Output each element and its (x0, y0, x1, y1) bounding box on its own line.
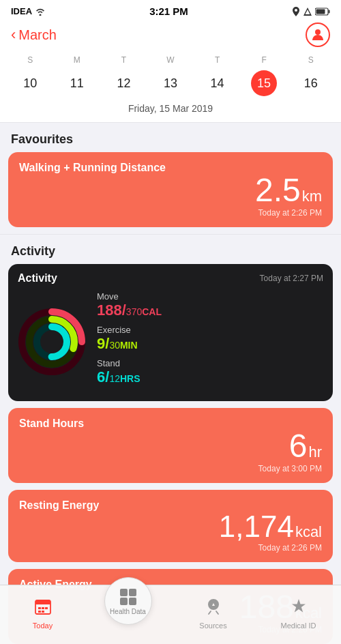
calendar-days-row: 10 11 12 13 14 15 16 (7, 68, 334, 99)
today-label: Today (33, 621, 53, 630)
walking-card-value: 2.5 (255, 174, 301, 207)
move-stat: Move 188/370CAL (97, 291, 323, 318)
stand-current: 6 (97, 368, 105, 385)
header: ‹ March (0, 20, 341, 53)
svg-rect-19 (120, 598, 128, 605)
calendar: S M T W T F S 10 11 12 13 14 15 16 Frida… (0, 53, 341, 122)
svg-rect-18 (129, 589, 136, 596)
calendar-date-label: Friday, 15 Mar 2019 (7, 99, 334, 115)
exercise-total: 30 (109, 340, 120, 351)
main-content: Favourites Walking + Running Distance 2.… (0, 123, 341, 644)
day-header-t2: T (194, 55, 241, 65)
resting-energy-time: Today at 2:26 PM (19, 543, 322, 553)
avatar[interactable] (306, 23, 330, 47)
activity-rings (18, 308, 86, 376)
stand-label: Stand (97, 358, 323, 368)
day-header-m: M (54, 55, 101, 65)
activity-section-label: Activity (0, 235, 341, 264)
walking-card-unit: km (302, 188, 322, 205)
activity-card-time: Today at 2:27 PM (260, 274, 323, 283)
rings-svg (18, 308, 86, 376)
favourites-section-label: Favourites (0, 123, 341, 152)
sources-label: Sources (199, 621, 226, 630)
day-header-s1: S (7, 55, 54, 65)
stand-hours-unit: hr (308, 443, 322, 461)
today-icon (34, 598, 52, 619)
svg-rect-16 (42, 611, 44, 613)
stand-value: 6/12HRS (97, 370, 323, 385)
svg-rect-20 (129, 598, 136, 605)
svg-rect-1 (328, 10, 329, 13)
day-header-f: F (241, 55, 288, 65)
stand-unit: HRS (120, 373, 140, 384)
move-value: 188/370CAL (97, 303, 323, 318)
health-data-label: Health Data (110, 608, 146, 615)
activity-card-title: Activity (18, 272, 57, 284)
activity-card-body: Move 188/370CAL Exercise 9/30MIN Stand 6… (18, 291, 323, 392)
resting-energy-card[interactable]: Resting Energy 1,174 kcal Today at 2:26 … (8, 490, 333, 562)
move-label: Move (97, 291, 323, 302)
activity-stats: Move 188/370CAL Exercise 9/30MIN Stand 6… (97, 291, 323, 392)
exercise-value: 9/30MIN (97, 336, 323, 351)
calendar-day-14[interactable]: 14 (194, 70, 241, 96)
svg-point-3 (315, 29, 321, 35)
walking-card-time: Today at 2:26 PM (19, 208, 322, 218)
svg-rect-15 (38, 611, 41, 613)
tab-today[interactable]: Today (0, 598, 85, 630)
back-chevron-icon: ‹ (11, 26, 16, 44)
status-time: 3:21 PM (149, 5, 188, 17)
person-icon (311, 28, 325, 42)
calendar-day-11[interactable]: 11 (54, 70, 101, 96)
day-header-s2: S (287, 55, 334, 65)
exercise-label: Exercise (97, 325, 323, 335)
status-left: IDEA (11, 6, 46, 16)
calendar-day-13[interactable]: 13 (147, 70, 194, 96)
calendar-day-10[interactable]: 10 (7, 70, 54, 96)
svg-rect-11 (35, 600, 50, 604)
tab-medical-id[interactable]: Medical ID (256, 598, 341, 630)
exercise-stat: Exercise 9/30MIN (97, 325, 323, 351)
tab-bar: Today Health Data Sources (0, 585, 341, 644)
stand-hours-card[interactable]: Stand Hours 6 hr Today at 3:00 PM (8, 408, 333, 483)
status-right (292, 7, 330, 16)
medical-id-icon (290, 598, 308, 619)
medical-id-label: Medical ID (281, 621, 316, 630)
health-data-circle: Health Data (104, 577, 152, 625)
resting-energy-value: 1,174 (219, 512, 294, 542)
calendar-day-16[interactable]: 16 (287, 70, 334, 96)
stand-stat: Stand 6/12HRS (97, 358, 323, 385)
svg-rect-13 (42, 607, 44, 609)
stand-total: 12 (109, 373, 120, 384)
stand-hours-title: Stand Hours (19, 418, 322, 430)
carrier-label: IDEA (11, 6, 32, 16)
status-bar: IDEA 3:21 PM (0, 0, 341, 20)
calendar-day-headers: S M T W T F S (7, 53, 334, 68)
tab-sources[interactable]: Sources (170, 598, 256, 630)
svg-rect-12 (38, 607, 41, 609)
resting-energy-unit: kcal (295, 523, 322, 541)
signal-icon (303, 7, 312, 16)
day-header-t1: T (100, 55, 147, 65)
back-button[interactable]: ‹ March (11, 26, 57, 44)
stand-hours-time: Today at 3:00 PM (19, 464, 322, 473)
day-header-w: W (147, 55, 194, 65)
move-unit: CAL (142, 306, 162, 317)
svg-rect-17 (120, 589, 128, 596)
activity-ring-card[interactable]: Activity Today at 2:27 PM (8, 264, 333, 401)
back-label: March (18, 27, 57, 43)
walking-running-card[interactable]: Walking + Running Distance 2.5 km Today … (8, 152, 333, 227)
exercise-unit: MIN (120, 340, 138, 351)
tab-health-data[interactable]: Health Data (85, 589, 170, 637)
move-current: 188 (97, 302, 122, 319)
svg-rect-14 (45, 607, 48, 609)
exercise-current: 9 (97, 335, 105, 352)
grid-icon (119, 587, 138, 606)
stand-hours-value: 6 (289, 430, 308, 463)
calendar-day-12[interactable]: 12 (100, 70, 147, 96)
location-icon (292, 7, 300, 16)
svg-rect-2 (316, 9, 325, 14)
battery-icon (315, 8, 330, 16)
sources-icon (205, 598, 222, 619)
move-total: 370 (126, 306, 142, 317)
calendar-day-15[interactable]: 15 (251, 70, 277, 96)
